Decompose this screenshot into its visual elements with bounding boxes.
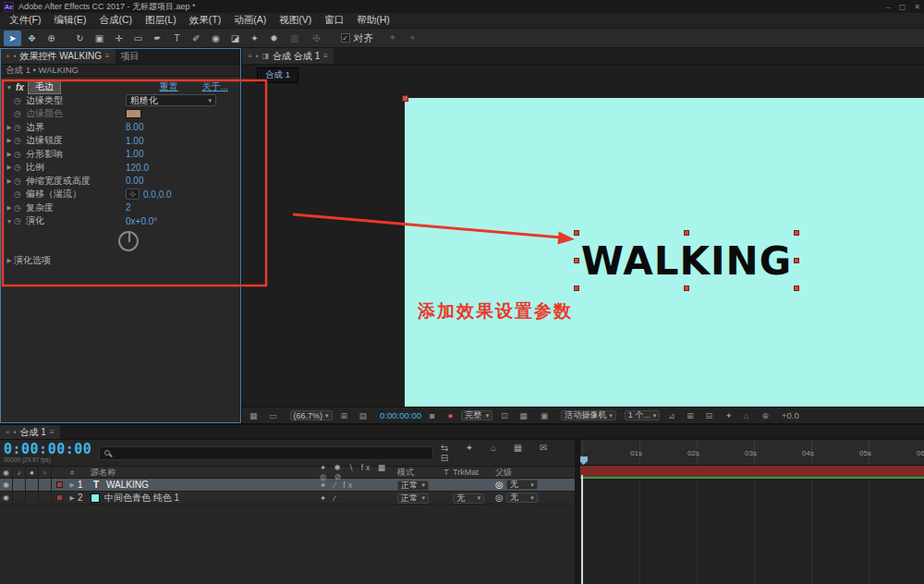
twirl-open-icon[interactable]: ▼ xyxy=(5,84,14,91)
label-color-chip[interactable] xyxy=(56,494,63,501)
offset-value[interactable]: 0.0,0.0 xyxy=(143,189,172,200)
panel-menu-icon[interactable]: ≡ xyxy=(50,428,55,436)
border-value[interactable]: 8.00 xyxy=(126,122,143,132)
parent-dropdown[interactable]: 无 xyxy=(506,480,538,490)
view-options-icons[interactable]: ▦ ▭ xyxy=(249,411,282,420)
twirl-closed-icon[interactable]: ▶ xyxy=(5,124,14,131)
tab-effect-controls[interactable]: × ▪ 效果控件 WALKING ≡ xyxy=(0,48,116,64)
twirl-open-icon[interactable]: ▼ xyxy=(5,218,14,225)
close-icon[interactable]: × xyxy=(6,52,10,60)
resolution-dropdown[interactable]: 完整 xyxy=(461,410,492,420)
exposure-icon[interactable]: ⊕ xyxy=(761,411,773,420)
toolbar-misc-icons[interactable]: ✦ ⌖ xyxy=(389,32,421,43)
eye-icon[interactable]: ◉ xyxy=(0,479,13,491)
magnification-dropdown[interactable]: (66.7%) xyxy=(290,410,333,420)
source-name-header[interactable]: 源名称 xyxy=(91,467,316,479)
audio-icon[interactable]: ♪ xyxy=(13,467,26,478)
twirl-closed-icon[interactable]: ▶ xyxy=(67,481,78,489)
reset-link[interactable]: 重置 xyxy=(160,80,178,93)
hand-tool-icon[interactable]: ✥ xyxy=(23,30,41,46)
comp-timecode[interactable]: 0:00:00:00 xyxy=(380,410,421,420)
view-axis-icons[interactable]: ⊿ ⊞ ⊟ xyxy=(668,411,717,420)
pickwhip-icon[interactable]: ◎ xyxy=(495,493,504,503)
handle-top-right[interactable] xyxy=(794,230,799,236)
edge-type-dropdown[interactable]: 粗糙化 xyxy=(126,94,216,106)
layer-name[interactable]: WALKING xyxy=(106,480,149,490)
point-crosshair-icon[interactable]: ⊹ xyxy=(126,189,140,200)
complexity-value[interactable]: 2 xyxy=(126,202,131,213)
parent-dropdown[interactable]: 无 xyxy=(506,493,538,503)
puppet-pin-tool-icon[interactable]: ✹ xyxy=(265,30,283,46)
guides-icons[interactable]: ⊞ ▤ xyxy=(341,411,372,420)
roi-grid-icons[interactable]: ⊡ ▦ xyxy=(501,411,532,420)
twirl-closed-icon[interactable]: ▶ xyxy=(5,177,14,185)
snapshot-icon[interactable]: ◙ xyxy=(430,411,439,420)
maximize-icon[interactable]: ▢ xyxy=(899,3,906,11)
menu-item-file[interactable]: 文件(F) xyxy=(4,13,46,28)
menu-item-composition[interactable]: 合成(C) xyxy=(93,13,138,28)
evolution-value[interactable]: 0x+0.0° xyxy=(126,216,157,226)
snap-checkbox[interactable]: ✓ xyxy=(341,33,350,43)
effect-name[interactable]: 毛边 xyxy=(28,79,61,94)
tab-project[interactable]: 项目 xyxy=(116,48,145,64)
edge-color-swatch[interactable] xyxy=(126,109,141,118)
pen-tool-icon[interactable]: ✒ xyxy=(149,30,166,46)
menu-item-effect[interactable]: 效果(T) xyxy=(184,13,226,28)
composition-canvas[interactable]: WALKING xyxy=(405,98,924,407)
close-icon[interactable]: ✕ xyxy=(914,3,920,11)
panel-menu-icon[interactable]: ≡ xyxy=(105,52,110,60)
stopwatch-icon[interactable]: ◷ xyxy=(14,163,26,172)
menu-item-edit[interactable]: 编辑(E) xyxy=(48,13,91,28)
timeline-search-input[interactable] xyxy=(99,446,432,460)
minimize-icon[interactable]: – xyxy=(886,3,890,11)
current-timecode[interactable]: 0:00:00:00 xyxy=(4,443,91,456)
menu-item-help[interactable]: 帮助(H) xyxy=(351,13,395,28)
rotation-tool-icon[interactable]: ↻ xyxy=(71,30,89,46)
layer-name[interactable]: 中间色青色 纯色 1 xyxy=(104,492,179,505)
fx-badge[interactable]: fx xyxy=(16,82,24,92)
layer-switches[interactable]: ✦ ∕ fx xyxy=(316,481,397,490)
clone-stamp-tool-icon[interactable]: ◉ xyxy=(207,30,225,46)
stopwatch-icon[interactable]: ◷ xyxy=(14,216,26,225)
playhead-handle[interactable] xyxy=(580,456,588,465)
handle-bottom-right[interactable] xyxy=(794,286,799,291)
stopwatch-icon[interactable]: ◷ xyxy=(14,203,26,213)
camera-tool-icon[interactable]: ▣ xyxy=(91,30,108,46)
eye-icon[interactable]: ◉ xyxy=(0,467,13,478)
view-layout-dropdown[interactable]: 1 个... xyxy=(625,410,661,420)
stopwatch-icon[interactable]: ◷ xyxy=(14,150,26,159)
evolution-angle-dial[interactable] xyxy=(118,231,139,251)
brush-tool-icon[interactable]: ✐ xyxy=(188,30,205,46)
layer-corner-handle[interactable] xyxy=(402,95,408,102)
composition-viewer[interactable]: 合成 1 WALKING xyxy=(242,65,924,407)
stopwatch-icon[interactable]: ◷ xyxy=(14,123,26,132)
fractal-influence-value[interactable]: 1.00 xyxy=(126,149,143,159)
shape-tool-icon[interactable]: ▭ xyxy=(129,30,147,46)
about-link[interactable]: 关于... xyxy=(202,80,228,93)
layer-switches[interactable]: ✦ ∕ xyxy=(316,493,397,503)
tab-timeline-comp1[interactable]: × ▪ 合成 1 ≡ xyxy=(0,425,60,439)
active-camera-dropdown[interactable]: 活动摄像机 xyxy=(561,410,616,420)
handle-bottom-center[interactable] xyxy=(684,286,689,291)
pan-behind-tool-icon[interactable]: ✛ xyxy=(110,30,128,46)
handle-mid-right[interactable] xyxy=(794,258,799,263)
exposure-value[interactable]: +0.0 xyxy=(782,410,799,420)
solid-color-swatch[interactable] xyxy=(91,493,100,503)
stopwatch-icon[interactable]: ◷ xyxy=(14,96,26,105)
blend-mode-dropdown[interactable]: 正常 xyxy=(397,481,429,491)
twirl-closed-icon[interactable]: ▶ xyxy=(5,151,14,158)
stopwatch-icon[interactable]: ◷ xyxy=(14,189,26,199)
tab-composition[interactable]: × ▪ ◨ 合成 合成 1 ≡ xyxy=(242,48,334,64)
layer-row-solid[interactable]: ◉ ▶ 2 中间色青色 纯色 1 ✦ ∕ 正常 无 ◎ 无 xyxy=(0,492,575,505)
handle-mid-left[interactable] xyxy=(574,258,579,263)
stopwatch-icon[interactable]: ◷ xyxy=(14,176,26,186)
menu-item-window[interactable]: 窗口 xyxy=(319,13,349,28)
misc-icons[interactable]: ✦ ⌂ xyxy=(725,411,753,420)
close-icon[interactable]: × xyxy=(6,428,10,436)
eraser-tool-icon[interactable]: ◪ xyxy=(226,30,244,46)
twirl-closed-icon[interactable]: ▶ xyxy=(5,257,14,264)
label-color-chip[interactable] xyxy=(56,481,63,488)
menu-item-animation[interactable]: 动画(A) xyxy=(228,13,272,28)
twirl-closed-icon[interactable]: ▶ xyxy=(5,137,14,144)
twirl-closed-icon[interactable]: ▶ xyxy=(67,494,78,502)
